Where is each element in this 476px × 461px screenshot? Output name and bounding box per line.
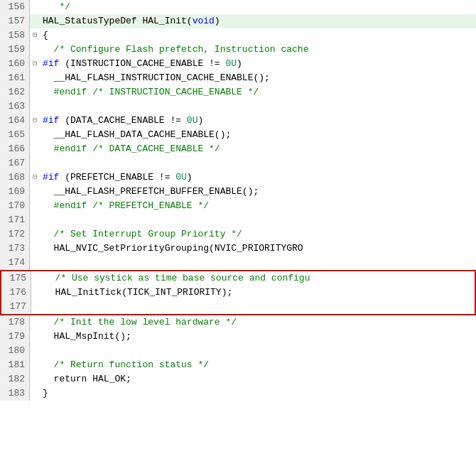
fold-icon [30,14,40,28]
code-text [40,344,476,358]
code-text: /* Use systick as time base source and c… [41,271,475,286]
line-number: 166 [0,142,30,156]
code-text [40,99,476,114]
code-text: #if (INSTRUCTION_CACHE_ENABLE != 0U) [40,57,476,71]
table-row: 162 #endif /* INSTRUCTION_CACHE_ENABLE *… [0,85,476,99]
fold-icon [30,372,40,386]
code-text: __HAL_FLASH_PREFETCH_BUFFER_ENABLE(); [40,185,476,199]
table-row: 179 HAL_MspInit(); [0,330,476,344]
fold-icon[interactable]: ⊟ [30,28,40,43]
code-text: __HAL_FLASH_DATA_CACHE_ENABLE(); [40,128,476,142]
table-row: 180 [0,344,476,358]
code-text: HAL_MspInit(); [40,330,476,344]
line-number: 162 [0,85,30,99]
fold-icon [30,142,40,156]
line-number: 181 [0,358,30,372]
fold-icon [30,358,40,372]
line-number: 173 [0,242,30,256]
line-number: 161 [0,71,30,85]
fold-icon[interactable]: ⊟ [30,170,40,185]
code-text: HAL_InitTick(TICK_INT_PRIORITY); [41,286,475,300]
fold-icon [30,242,40,256]
code-text: #if (DATA_CACHE_ENABLE != 0U) [40,114,476,128]
table-row: 167 [0,156,476,170]
fold-icon [30,128,40,142]
table-row: 182 return HAL_OK; [0,372,476,386]
table-row: 168⊟#if (PREFETCH_ENABLE != 0U) [0,170,476,185]
table-row: 178 /* Init the low level hardware */ [0,315,476,330]
table-row: 171 [0,213,476,227]
line-number: 179 [0,330,30,344]
table-row: 158⊟{ [0,28,476,43]
line-number: 160 [0,57,30,71]
line-number: 175 [1,271,31,286]
code-text [41,300,475,314]
fold-icon [30,199,40,213]
table-row: 166 #endif /* DATA_CACHE_ENABLE */ [0,142,476,156]
table-row: 165 __HAL_FLASH_DATA_CACHE_ENABLE(); [0,128,476,142]
table-row: 160⊟#if (INSTRUCTION_CACHE_ENABLE != 0U) [0,57,476,71]
fold-icon [30,0,40,14]
code-text: __HAL_FLASH_INSTRUCTION_CACHE_ENABLE(); [40,71,476,85]
code-text: /* Return function status */ [40,358,476,372]
fold-icon [30,99,40,114]
fold-icon [30,386,40,401]
code-text: { [40,28,476,43]
table-row: 156 */ [0,0,476,14]
table-row: 181 /* Return function status */ [0,358,476,372]
code-text [40,213,476,227]
line-number: 167 [0,156,30,170]
code-editor: 156 */157HAL_StatusTypeDef HAL_Init(void… [0,0,476,461]
fold-icon [30,71,40,85]
code-lines: 156 */157HAL_StatusTypeDef HAL_Init(void… [0,0,476,401]
table-row: 170 #endif /* PREFETCH_ENABLE */ [0,199,476,213]
line-number: 176 [1,286,31,300]
line-number: 178 [0,315,30,330]
highlighted-box: 175 /* Use systick as time base source a… [0,270,476,315]
code-text: /* Set Interrupt Group Priority */ [40,227,476,242]
fold-icon [31,286,41,300]
table-row: 163 [0,99,476,114]
fold-icon [30,330,40,344]
code-text: /* Init the low level hardware */ [40,315,476,330]
table-row: 173 HAL_NVIC_SetPriorityGrouping(NVIC_PR… [0,242,476,256]
code-text [40,256,476,270]
line-number: 171 [0,213,30,227]
line-number: 156 [0,0,30,14]
table-row: 157HAL_StatusTypeDef HAL_Init(void) [0,14,476,28]
table-row: 169 __HAL_FLASH_PREFETCH_BUFFER_ENABLE()… [0,185,476,199]
fold-icon [30,85,40,99]
code-text: #endif /* PREFETCH_ENABLE */ [40,199,476,213]
line-number: 163 [0,99,30,114]
code-text: return HAL_OK; [40,372,476,386]
line-number: 170 [0,199,30,213]
line-number: 172 [0,227,30,242]
line-number: 174 [0,256,30,270]
fold-icon[interactable]: ⊟ [30,114,40,128]
table-row: 176 HAL_InitTick(TICK_INT_PRIORITY); [1,286,475,300]
table-row: 159 /* Configure Flash prefetch, Instruc… [0,43,476,57]
code-text: #endif /* INSTRUCTION_CACHE_ENABLE */ [40,85,476,99]
fold-icon [31,271,41,286]
table-row: 183} [0,386,476,401]
line-number: 169 [0,185,30,199]
line-number: 165 [0,128,30,142]
fold-icon [30,344,40,358]
line-number: 183 [0,386,30,401]
fold-icon[interactable]: ⊟ [30,57,40,71]
line-number: 157 [0,14,30,28]
code-text: */ [40,0,476,14]
line-number: 180 [0,344,30,358]
fold-icon [30,43,40,57]
line-number: 158 [0,28,30,43]
fold-icon [30,213,40,227]
code-text: #if (PREFETCH_ENABLE != 0U) [40,170,476,185]
code-text: #endif /* DATA_CACHE_ENABLE */ [40,142,476,156]
fold-icon [30,256,40,270]
line-number: 164 [0,114,30,128]
line-number: 177 [1,300,31,314]
table-row: 172 /* Set Interrupt Group Priority */ [0,227,476,242]
fold-icon [31,300,41,314]
code-text: } [40,386,476,401]
table-row: 161 __HAL_FLASH_INSTRUCTION_CACHE_ENABLE… [0,71,476,85]
